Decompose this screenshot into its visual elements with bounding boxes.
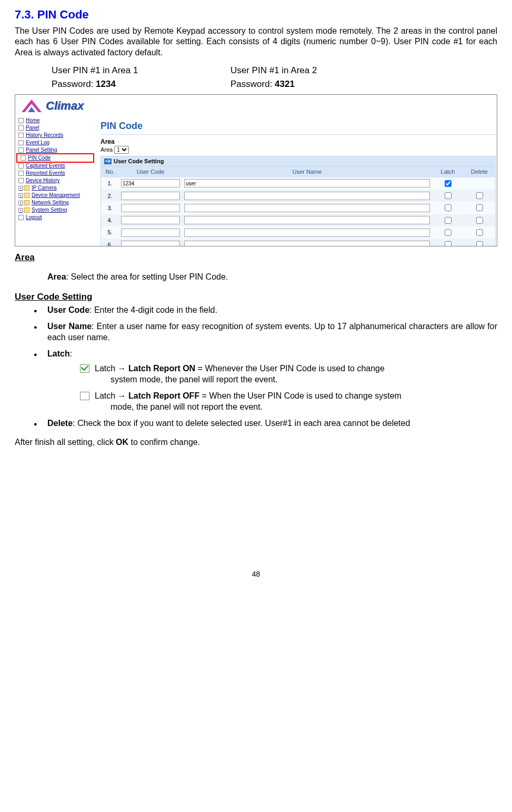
user-name-input[interactable] — [184, 241, 430, 246]
closing-paragraph: After finish all setting, click OK to co… — [15, 437, 497, 448]
latch-checkbox[interactable] — [445, 204, 451, 211]
col-latch: Latch — [432, 166, 464, 177]
nav-devicemgmt[interactable]: +Device Management — [16, 192, 94, 199]
user-code-input[interactable] — [121, 229, 180, 237]
user-name-input[interactable] — [184, 179, 430, 187]
user-code-input[interactable] — [121, 216, 180, 224]
screenshot-title: PIN Code — [101, 120, 496, 134]
user-name-input[interactable] — [184, 192, 430, 200]
nav-captured[interactable]: Captured Events — [16, 162, 94, 170]
arrow-icon-1: → — [118, 364, 126, 373]
delete-checkbox[interactable] — [476, 192, 483, 199]
row-no: 1. — [101, 177, 119, 190]
bullet-list: User Code: Enter the 4-digit code in the… — [15, 305, 497, 429]
area-section-label: Area — [101, 138, 496, 146]
latch-on-lead: Latch — [95, 364, 118, 373]
nav-devicehistory[interactable]: Device History — [16, 177, 94, 184]
nav-logout[interactable]: Logout — [16, 214, 94, 221]
closing-bold: OK — [116, 438, 128, 447]
bullet-delete: Delete: Check the box if you want to del… — [15, 418, 497, 429]
user-code-panel: User Code Setting No. User Code User Nam… — [101, 156, 496, 246]
pin-area1-pw: Password: 1234 — [52, 78, 230, 90]
latch-off-rest-2: mode, the panel will not report the even… — [95, 402, 497, 413]
pin-titles-row: User PIN #1 in Area 1 User PIN #1 in Are… — [52, 65, 497, 76]
checkbox-unchecked-icon — [80, 392, 89, 400]
user-code-input[interactable] — [121, 192, 180, 200]
table-row: 2. — [101, 190, 495, 202]
user-code-input[interactable] — [121, 204, 180, 212]
row-no: 3. — [101, 202, 119, 214]
latch-checkbox[interactable] — [445, 229, 451, 236]
logo-icon — [18, 96, 45, 115]
table-row: 6. — [101, 239, 495, 246]
pin-area2-title: User PIN #1 in Area 2 — [230, 65, 409, 76]
nav-home[interactable]: Home — [16, 117, 94, 124]
bullet-latch: Latch: Latch → Latch Report ON = Wheneve… — [15, 349, 497, 413]
col-code: User Code — [119, 166, 182, 177]
area-description: Area: Select the area for setting User P… — [47, 272, 497, 283]
section-heading: 7.3. PIN Code — [15, 7, 497, 23]
pw1-value: 1234 — [96, 79, 116, 89]
arrow-badge-icon — [104, 159, 112, 164]
latch-off-text: Latch → Latch Report OFF = When the User… — [95, 391, 497, 413]
nav-reported[interactable]: Reported Events — [16, 170, 94, 177]
row-no: 2. — [101, 190, 119, 202]
latch-on-rest-2: system mode, the panel will report the e… — [95, 374, 497, 385]
latch-checkbox[interactable] — [445, 180, 451, 187]
nav-panel[interactable]: Panel — [16, 124, 94, 132]
col-delete: Delete — [464, 166, 495, 177]
pw2-value: 4321 — [275, 79, 295, 89]
table-row: 5. — [101, 226, 495, 239]
delete-rest: : Check the box if you want to delete se… — [73, 419, 410, 428]
user-name-input[interactable] — [184, 229, 430, 237]
nav-history[interactable]: History Records — [16, 132, 94, 139]
nav-panelsetting[interactable]: Panel Setting — [16, 146, 94, 154]
latch-colon: : — [70, 349, 72, 358]
latch-checkbox[interactable] — [445, 217, 451, 224]
closing-pre: After finish all setting, click — [15, 438, 116, 447]
user-code-input[interactable] — [121, 241, 180, 246]
delete-checkbox[interactable] — [476, 229, 483, 236]
delete-checkbox[interactable] — [476, 241, 483, 246]
nav-system[interactable]: +System Setting — [16, 206, 94, 214]
row-no: 6. — [101, 239, 119, 246]
panel-head-text: User Code Setting — [114, 157, 164, 165]
col-no: No. — [101, 166, 119, 177]
user-code-input[interactable] — [121, 179, 180, 187]
row-no: 4. — [101, 214, 119, 226]
pw-prefix-1: Password: — [52, 79, 96, 89]
latch-on-bold: Latch Report ON — [126, 364, 198, 373]
nav-network[interactable]: +Network Setting — [16, 199, 94, 206]
user-code-panel-head: User Code Setting — [101, 156, 495, 166]
table-row: 3. — [101, 202, 495, 214]
table-row: 1. — [101, 177, 495, 190]
nav-tree: Home Panel History Records Event Log Pan… — [15, 117, 95, 246]
latch-checkbox[interactable] — [445, 192, 451, 199]
pin-area2-pw: Password: 4321 — [230, 78, 409, 90]
bullet-username: User Name: Enter a user name for easy re… — [15, 321, 497, 343]
latch-checkbox[interactable] — [445, 241, 451, 246]
delete-bold: Delete — [47, 419, 73, 428]
nav-pincode[interactable]: PIN Code — [18, 154, 92, 162]
delete-checkbox[interactable] — [476, 204, 483, 211]
area-desc-bold: Area — [47, 272, 66, 281]
user-code-table: No. User Code User Name Latch Delete 1.2… — [101, 166, 495, 246]
nav-pincode-highlight: PIN Code — [16, 153, 94, 163]
username-bold: User Name — [47, 322, 92, 331]
delete-checkbox[interactable] — [476, 217, 483, 224]
area-select[interactable]: 1 — [114, 146, 129, 154]
area-desc-rest: : Select the area for setting User PIN C… — [66, 272, 228, 281]
nav-ipcamera[interactable]: +IP Camera — [16, 184, 94, 192]
pw-prefix-2: Password: — [230, 79, 275, 89]
area-field-label: Area — [101, 146, 113, 153]
intro-paragraph: The User PIN Codes are used by Remote Ke… — [15, 26, 497, 58]
latch-bold: Latch — [47, 349, 70, 358]
screenshot-brand-header: Climax — [15, 95, 497, 117]
nav-eventlog[interactable]: Event Log — [16, 139, 94, 146]
checkbox-checked-icon — [80, 364, 89, 373]
user-name-input[interactable] — [184, 216, 430, 224]
col-name: User Name — [182, 166, 432, 177]
page-number: 48 — [15, 569, 497, 579]
pin-passwords-row: Password: 1234 Password: 4321 — [52, 78, 497, 90]
user-name-input[interactable] — [184, 204, 430, 212]
